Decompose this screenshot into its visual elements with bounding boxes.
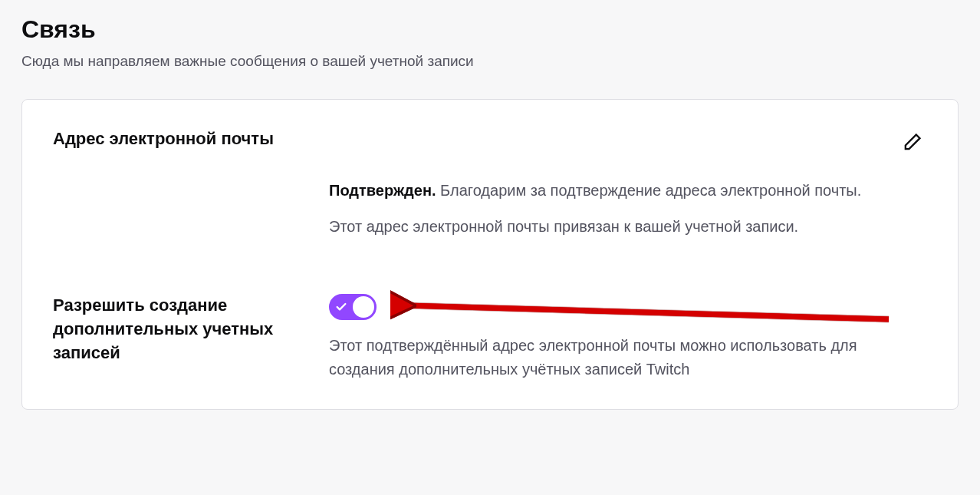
email-label: Адрес электронной почты [53, 127, 274, 151]
section-subtitle: Сюда мы направляем важные сообщения о ва… [21, 53, 959, 70]
annotation-arrow-icon [390, 284, 896, 330]
email-verified-label: Подтвержден. [329, 182, 436, 199]
allow-accounts-description: Этот подтверждённый адрес электронной по… [329, 334, 904, 381]
email-verified-line: Подтвержден. Благодарим за подтверждение… [329, 179, 927, 203]
allow-accounts-row: Разрешить создание дополнительных учетны… [22, 266, 958, 409]
email-verified-text: Благодарим за подтверждение адреса элект… [436, 182, 862, 199]
svg-line-2 [406, 305, 889, 319]
svg-line-3 [406, 305, 889, 319]
allow-accounts-label: Разрешить создание дополнительных учетны… [53, 294, 329, 365]
allow-accounts-toggle[interactable] [329, 294, 377, 320]
pencil-icon [901, 132, 922, 153]
settings-card: Адрес электронной почты Подтвержден. Бла… [21, 99, 959, 410]
email-row: Адрес электронной почты Подтвержден. Бла… [22, 100, 958, 266]
edit-email-button[interactable] [896, 127, 927, 160]
toggle-knob [353, 296, 374, 318]
check-icon [335, 301, 347, 313]
email-linked-text: Этот адрес электронной почты привязан к … [329, 215, 927, 239]
svg-line-1 [406, 305, 889, 319]
section-title: Связь [21, 15, 959, 44]
